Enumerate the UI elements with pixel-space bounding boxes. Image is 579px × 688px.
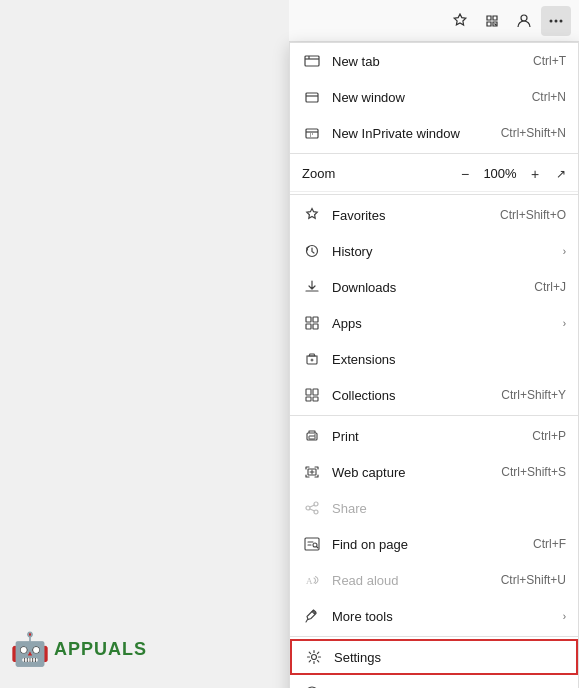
apps-icon — [302, 313, 322, 333]
new-tab-shortcut: Ctrl+T — [533, 54, 566, 68]
divider-1 — [290, 153, 578, 154]
apps-label: Apps — [332, 316, 559, 331]
svg-rect-13 — [313, 389, 318, 395]
zoom-expand-button[interactable]: ↗ — [556, 167, 566, 181]
find-icon — [302, 534, 322, 554]
menu-item-share[interactable]: Share — [290, 490, 578, 526]
zoom-increase-button[interactable]: + — [524, 163, 546, 185]
zoom-value: 100% — [482, 166, 518, 181]
menu-item-extensions[interactable]: Extensions — [290, 341, 578, 377]
divider-2 — [290, 194, 578, 195]
downloads-shortcut: Ctrl+J — [534, 280, 566, 294]
context-menu: New tab Ctrl+T New window Ctrl+N — [289, 42, 579, 688]
svg-rect-4 — [305, 56, 319, 66]
zoom-controls: − 100% + ↗ — [454, 163, 566, 185]
favorites-label: Favorites — [332, 208, 500, 223]
print-label: Print — [332, 429, 532, 444]
extensions-icon — [302, 349, 322, 369]
inprivate-icon — [302, 123, 322, 143]
new-tab-icon — [302, 51, 322, 71]
new-window-icon — [302, 87, 322, 107]
new-window-label: New window — [332, 90, 532, 105]
print-icon — [302, 426, 322, 446]
menu-item-findonpage[interactable]: Find on page Ctrl+F — [290, 526, 578, 562]
new-inprivate-label: New InPrivate window — [332, 126, 501, 141]
menu-item-new-tab[interactable]: New tab Ctrl+T — [290, 43, 578, 79]
history-chevron: › — [563, 246, 566, 257]
webcapture-icon — [302, 462, 322, 482]
collections-toolbar-icon[interactable] — [477, 6, 507, 36]
svg-point-18 — [314, 434, 316, 436]
new-inprivate-shortcut: Ctrl+Shift+N — [501, 126, 566, 140]
new-window-shortcut: Ctrl+N — [532, 90, 566, 104]
svg-rect-12 — [306, 389, 311, 395]
help-icon — [302, 683, 322, 688]
svg-rect-10 — [306, 324, 311, 329]
readaloud-shortcut: Ctrl+Shift+U — [501, 573, 566, 587]
svg-rect-15 — [313, 397, 318, 401]
svg-point-26 — [312, 655, 317, 660]
svg-point-2 — [555, 19, 558, 22]
collections-icon — [302, 385, 322, 405]
menu-item-new-inprivate[interactable]: New InPrivate window Ctrl+Shift+N — [290, 115, 578, 151]
menu-item-new-window[interactable]: New window Ctrl+N — [290, 79, 578, 115]
divider-3 — [290, 415, 578, 416]
svg-rect-17 — [309, 436, 315, 439]
divider-4 — [290, 636, 578, 637]
svg-point-0 — [521, 15, 527, 21]
moretools-icon — [302, 606, 322, 626]
menu-item-moretools[interactable]: More tools › — [290, 598, 578, 634]
svg-point-3 — [560, 19, 563, 22]
history-label: History — [332, 244, 559, 259]
share-label: Share — [332, 501, 566, 516]
appuals-logo: 🤖 APPUALS — [10, 630, 147, 668]
svg-rect-14 — [306, 397, 311, 401]
zoom-decrease-button[interactable]: − — [454, 163, 476, 185]
print-shortcut: Ctrl+P — [532, 429, 566, 443]
readaloud-icon: A — [302, 570, 322, 590]
apps-chevron: › — [563, 318, 566, 329]
svg-rect-9 — [313, 317, 318, 322]
menu-item-print[interactable]: Print Ctrl+P — [290, 418, 578, 454]
menu-item-readaloud[interactable]: A Read aloud Ctrl+Shift+U — [290, 562, 578, 598]
svg-rect-11 — [313, 324, 318, 329]
favorites-toolbar-icon[interactable] — [445, 6, 475, 36]
menu-item-history[interactable]: History › — [290, 233, 578, 269]
menu-item-downloads[interactable]: Downloads Ctrl+J — [290, 269, 578, 305]
webcapture-shortcut: Ctrl+Shift+S — [501, 465, 566, 479]
downloads-icon — [302, 277, 322, 297]
menu-item-helpfeedback[interactable]: Help and feedback › — [290, 675, 578, 688]
menu-item-apps[interactable]: Apps › — [290, 305, 578, 341]
history-icon — [302, 241, 322, 261]
zoom-label: Zoom — [302, 166, 454, 181]
collections-label: Collections — [332, 388, 501, 403]
collections-shortcut: Ctrl+Shift+Y — [501, 388, 566, 402]
moretools-label: More tools — [332, 609, 559, 624]
svg-rect-8 — [306, 317, 311, 322]
profile-toolbar-icon[interactable] — [509, 6, 539, 36]
more-toolbar-icon[interactable] — [541, 6, 571, 36]
findonpage-label: Find on page — [332, 537, 533, 552]
readaloud-label: Read aloud — [332, 573, 501, 588]
svg-rect-5 — [306, 93, 318, 102]
svg-text:A: A — [306, 576, 313, 586]
downloads-label: Downloads — [332, 280, 534, 295]
moretools-chevron: › — [563, 611, 566, 622]
settings-icon — [304, 647, 324, 667]
share-icon — [302, 498, 322, 518]
findonpage-shortcut: Ctrl+F — [533, 537, 566, 551]
appuals-character: 🤖 — [10, 630, 50, 668]
zoom-row: Zoom − 100% + ↗ — [290, 156, 578, 192]
toolbar — [289, 0, 579, 42]
menu-item-webcapture[interactable]: Web capture Ctrl+Shift+S — [290, 454, 578, 490]
new-tab-label: New tab — [332, 54, 533, 69]
menu-item-collections[interactable]: Collections Ctrl+Shift+Y — [290, 377, 578, 413]
menu-item-favorites[interactable]: Favorites Ctrl+Shift+O — [290, 197, 578, 233]
settings-label: Settings — [334, 650, 564, 665]
svg-point-21 — [306, 506, 310, 510]
browser-page: New tab Ctrl+T New window Ctrl+N — [0, 0, 579, 688]
webcapture-label: Web capture — [332, 465, 501, 480]
favorites-icon — [302, 205, 322, 225]
appuals-text: APPUALS — [54, 639, 147, 660]
menu-item-settings[interactable]: Settings — [290, 639, 578, 675]
